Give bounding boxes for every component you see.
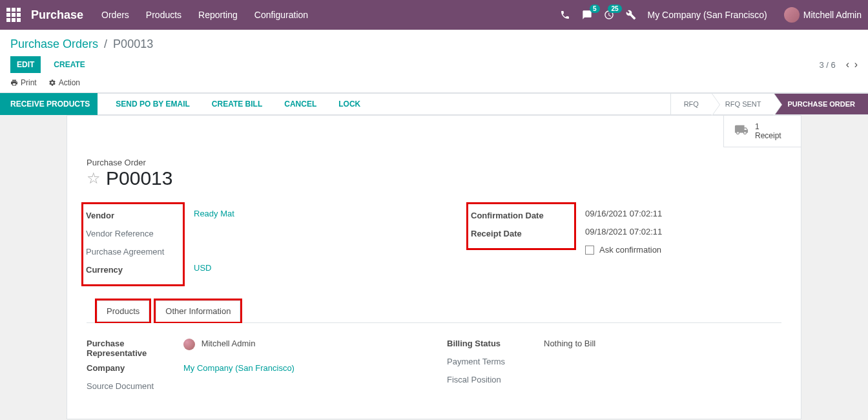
purchase-rep-label: Purchase Representative	[87, 339, 183, 358]
tab-other-content: Purchase Representative Mitchell Admin C…	[87, 333, 781, 399]
record-type-label: Purchase Order	[87, 158, 781, 167]
company-selector[interactable]: My Company (San Francisco)	[648, 10, 767, 20]
user-name: Mitchell Admin	[803, 10, 862, 20]
tools-icon[interactable]	[626, 10, 636, 20]
messages-badge: 5	[590, 5, 600, 13]
receipt-date-label: Receipt Date	[471, 229, 522, 238]
breadcrumb-current: P00013	[113, 37, 153, 50]
edit-button[interactable]: EDIT	[10, 56, 41, 73]
currency-label: Currency	[86, 265, 180, 275]
create-bill-button[interactable]: CREATE BILL	[204, 95, 270, 113]
pager-text[interactable]: 3 / 6	[819, 60, 835, 70]
highlight-box-right: Confirmation Date Receipt Date	[466, 202, 576, 250]
tab-products[interactable]: Products	[97, 300, 149, 322]
user-avatar-icon	[784, 7, 800, 23]
tab-other-information[interactable]: Other Information	[156, 300, 240, 322]
truck-icon	[734, 123, 749, 140]
status-bar: RECEIVE PRODUCTS SEND PO BY EMAIL CREATE…	[0, 93, 868, 115]
billing-status-value: Nothing to Bill	[544, 339, 781, 348]
confirmation-date-label: Confirmation Date	[471, 211, 544, 220]
pager-next[interactable]: ›	[854, 59, 858, 70]
lock-button[interactable]: LOCK	[331, 95, 368, 113]
highlight-tab-other: Other Information	[154, 299, 242, 323]
stat-label: Receipt	[755, 131, 781, 140]
control-panel: Purchase Orders / P00013 EDIT CREATE 3 /…	[0, 30, 868, 93]
highlight-tab-products: Products	[95, 299, 151, 323]
activities-badge: 25	[608, 5, 621, 13]
app-name[interactable]: Purchase	[31, 8, 83, 22]
pager-prev[interactable]: ‹	[846, 59, 849, 70]
send-po-email-button[interactable]: SEND PO BY EMAIL	[108, 95, 197, 113]
currency-value[interactable]: USD	[194, 263, 421, 273]
vendor-ref-label: Vendor Reference	[86, 229, 180, 238]
menu-orders[interactable]: Orders	[101, 10, 129, 20]
purchase-agreement-label: Purchase Agreement	[86, 247, 180, 257]
company-value[interactable]: My Company (San Francisco)	[183, 363, 421, 373]
ask-confirmation-label: Ask confirmation	[599, 245, 661, 255]
highlight-box-left: Vendor Vendor Reference Purchase Agreeme…	[81, 202, 185, 286]
company-label: Company	[87, 363, 183, 373]
breadcrumb: Purchase Orders / P00013	[10, 37, 858, 51]
source-document-label: Source Document	[87, 381, 183, 391]
vendor-label: Vendor	[86, 211, 180, 220]
billing-status-label: Billing Status	[447, 339, 544, 348]
priority-star[interactable]: ☆	[87, 169, 101, 187]
gear-icon	[48, 79, 56, 87]
status-step-rfq-sent[interactable]: RFQ SENT	[712, 94, 774, 114]
breadcrumb-root[interactable]: Purchase Orders	[10, 37, 98, 50]
print-icon	[10, 79, 18, 87]
action-dropdown[interactable]: Action	[48, 78, 80, 87]
menu-products[interactable]: Products	[146, 10, 181, 20]
receive-products-button[interactable]: RECEIVE PRODUCTS	[0, 93, 98, 115]
receipt-date-value: 09/18/2021 07:02:11	[585, 227, 781, 236]
rep-avatar-icon	[183, 339, 195, 350]
stat-count: 1	[755, 122, 781, 131]
menu-reporting[interactable]: Reporting	[198, 10, 238, 20]
apps-icon[interactable]	[6, 8, 21, 22]
phone-icon[interactable]	[560, 10, 570, 20]
receipt-stat-button[interactable]: 1 Receipt	[723, 116, 801, 147]
create-button[interactable]: CREATE	[51, 56, 87, 73]
menu-configuration[interactable]: Configuration	[254, 10, 308, 20]
payment-terms-label: Payment Terms	[447, 357, 544, 366]
notebook-tabs: Products Other Information	[87, 299, 781, 323]
status-step-purchase-order[interactable]: PURCHASE ORDER	[774, 94, 868, 114]
print-dropdown[interactable]: Print	[10, 78, 37, 87]
form-sheet: 1 Receipt Purchase Order ☆ P00013 Vendor	[67, 115, 801, 419]
vendor-value[interactable]: Ready Mat	[194, 209, 421, 218]
record-name: P00013	[106, 167, 172, 189]
status-step-rfq[interactable]: RFQ	[670, 94, 712, 114]
top-navbar: Purchase Orders Products Reporting Confi…	[0, 0, 868, 30]
fiscal-position-label: Fiscal Position	[447, 375, 544, 384]
cancel-button[interactable]: CANCEL	[276, 95, 324, 113]
purchase-rep-value[interactable]: Mitchell Admin	[183, 339, 421, 350]
user-menu[interactable]: Mitchell Admin	[784, 7, 862, 23]
confirmation-date-value: 09/16/2021 07:02:11	[585, 209, 781, 218]
ask-confirmation-checkbox[interactable]	[585, 246, 594, 255]
messages-icon[interactable]: 5	[582, 10, 592, 20]
activities-icon[interactable]: 25	[604, 10, 614, 20]
